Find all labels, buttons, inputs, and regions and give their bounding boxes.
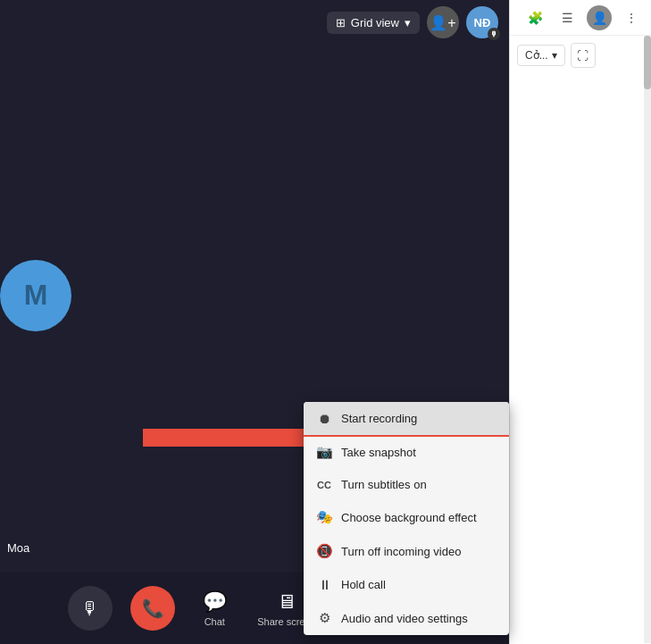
size-dropdown[interactable]: Cở... ▾ [517,45,565,66]
puzzle-icon: 🧩 [528,11,543,25]
add-participant-button[interactable]: 👤+ [427,6,459,38]
grid-view-button[interactable]: ⊞ Grid view ▾ [327,12,420,34]
menu-label-choose-background: Choose background effect [341,511,477,524]
hold-icon: ⏸ [316,577,332,592]
more-dots-icon: ⋮ [625,11,638,25]
chat-icon: 💬 [203,590,227,614]
menu-item-audio-video-settings[interactable]: ⚙ Audio and video settings [304,601,509,635]
puzzle-icon-button[interactable]: 🧩 [522,5,547,30]
background-icon: 🎭 [316,509,332,525]
menu-item-turn-subtitles[interactable]: CC Turn subtitles on [304,469,509,500]
menu-item-start-recording[interactable]: ⏺ Start recording [304,402,509,435]
menu-item-hold-call[interactable]: ⏸ Hold call [304,568,509,601]
no-video-icon: 📵 [316,543,332,559]
right-panel-header: 🧩 ☰ 👤 ⋮ [510,0,651,36]
chat-label: Chat [204,616,225,627]
menu-label-turn-off-video: Turn off incoming video [341,545,461,558]
menu-item-turn-off-video[interactable]: 📵 Turn off incoming video [304,534,509,568]
menu-label-take-snapshot: Take snapshot [341,446,416,459]
list-icon-button[interactable]: ☰ [555,5,580,30]
more-options-icon-button[interactable]: ⋮ [619,5,644,30]
panel-controls: Cở... ▾ ⛶ [510,36,651,75]
menu-label-audio-video-settings: Audio and video settings [341,612,468,625]
add-person-icon: 👤+ [430,14,455,31]
snapshot-icon: 📷 [316,444,332,460]
nd-avatar[interactable]: NĐ 🎙 [466,6,498,38]
context-menu: ⏺ Start recording 📷 Take snapshot CC Tur… [304,402,509,635]
user-avatar-img: 👤 [592,11,607,25]
menu-label-turn-subtitles: Turn subtitles on [341,478,427,491]
end-call-button[interactable]: 📞 [130,586,175,631]
call-area: ⊞ Grid view ▾ 👤+ NĐ 🎙 M Moa ⏺ Start reco… [0,0,509,644]
settings-icon: ⚙ [316,610,332,626]
participant-name: Moa [7,541,29,555]
list-icon: ☰ [562,11,573,25]
menu-label-hold-call: Hold call [341,578,386,591]
chat-button[interactable]: 💬 Chat [188,585,241,632]
mute-icon: 🎙 [81,598,99,619]
participant-avatar-m: M [0,260,71,331]
grid-view-label: Grid view [351,16,399,29]
user-avatar: 👤 [587,5,612,30]
scrollbar-track[interactable] [644,36,651,643]
record-icon: ⏺ [316,411,332,426]
top-bar: ⊞ Grid view ▾ 👤+ NĐ 🎙 [0,0,509,45]
menu-item-choose-background[interactable]: 🎭 Choose background effect [304,500,509,534]
fullscreen-button[interactable]: ⛶ [571,43,596,68]
dropdown-arrow-icon: ▾ [552,49,557,62]
end-call-icon: 📞 [142,598,164,619]
mic-off-badge: 🎙 [488,28,500,40]
size-dropdown-label: Cở... [525,49,548,62]
menu-label-start-recording: Start recording [341,412,417,425]
nd-avatar-label: NĐ [474,16,491,29]
mute-button[interactable]: 🎙 [68,586,113,631]
chevron-down-icon: ▾ [405,16,411,29]
grid-icon: ⊞ [336,16,346,29]
fullscreen-icon: ⛶ [577,49,588,63]
scrollbar-thumb[interactable] [644,36,651,89]
subtitles-icon: CC [316,480,332,490]
share-screen-icon: 🖥 [277,590,296,614]
right-panel-content [510,75,651,644]
right-panel: 🧩 ☰ 👤 ⋮ Cở... ▾ ⛶ [509,0,651,644]
menu-item-take-snapshot[interactable]: 📷 Take snapshot [304,435,509,469]
